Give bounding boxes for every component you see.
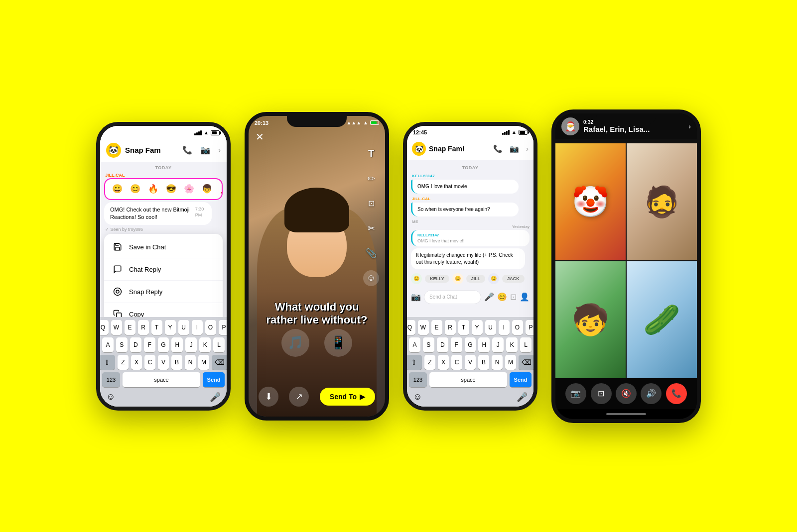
p3-key-e[interactable]: E [431, 320, 442, 335]
key-e[interactable]: E [125, 320, 135, 335]
p3-video-icon[interactable]: 📷 [510, 144, 519, 153]
snap-tool-draw[interactable]: ✏ [363, 171, 379, 187]
p3-key-a[interactable]: A [409, 337, 420, 352]
context-menu-item-snap-reply[interactable]: Snap Reply [104, 281, 223, 303]
snap-send-to-button[interactable]: Send To ▶ [320, 388, 375, 406]
snap-tool-text[interactable]: T [363, 146, 379, 162]
snap-tool-scissors[interactable]: ✂ [363, 220, 379, 236]
key-m[interactable]: M [198, 355, 209, 370]
key-shift[interactable]: ⇧ [99, 355, 115, 370]
p3-key-n[interactable]: N [492, 355, 503, 370]
key-z[interactable]: Z [118, 355, 129, 370]
p3-key-r[interactable]: R [445, 320, 456, 335]
p3-key-i[interactable]: I [499, 320, 510, 335]
key-123[interactable]: 123 [102, 372, 120, 387]
p3-key-p[interactable]: P [526, 320, 536, 335]
p3-camera-icon[interactable]: 📷 [411, 292, 421, 302]
snap-tool-attachment[interactable]: 📎 [363, 245, 379, 261]
key-b[interactable]: B [171, 355, 182, 370]
key-y[interactable]: Y [165, 320, 176, 335]
chip-jill[interactable]: JILL [466, 275, 486, 283]
p3-key-o[interactable]: O [512, 320, 523, 335]
bitmoji-row[interactable]: 😀 😊 🔥 😎 🌸 👦 🎅 [104, 178, 223, 200]
vc-btn-mute[interactable]: 🔇 [616, 383, 637, 404]
key-f[interactable]: F [144, 337, 155, 352]
video-icon[interactable]: 📷 [200, 145, 210, 155]
chat-input-field[interactable]: Send a Chat [424, 290, 481, 304]
p3-key-z[interactable]: Z [424, 355, 435, 370]
key-d[interactable]: D [130, 337, 141, 352]
p3-key-g[interactable]: G [465, 337, 476, 352]
p3-key-l[interactable]: L [520, 337, 531, 352]
p3-key-t[interactable]: T [458, 320, 469, 335]
p3-key-s[interactable]: S [423, 337, 434, 352]
p3-key-w[interactable]: W [418, 320, 429, 335]
context-menu-item-copy[interactable]: Copy [104, 303, 223, 317]
key-k[interactable]: K [199, 337, 211, 352]
key-s[interactable]: S [116, 337, 128, 352]
key-t[interactable]: T [151, 320, 162, 335]
context-menu-item-save[interactable]: Save in Chat [104, 236, 223, 258]
snap-emoji-music[interactable]: 🎵 [281, 329, 309, 357]
p3-key-send[interactable]: Send [510, 372, 531, 387]
vc-btn-speaker[interactable]: 🔊 [641, 383, 662, 404]
p3-chevron-icon[interactable]: › [526, 144, 529, 153]
key-a[interactable]: A [102, 337, 114, 352]
p3-key-c[interactable]: C [451, 355, 462, 370]
vc-btn-flip[interactable]: ⊡ [591, 383, 612, 404]
snap-download-button[interactable]: ⬇ [259, 387, 278, 407]
key-c[interactable]: C [144, 355, 155, 370]
p3-sticker-icon[interactable]: ⊡ [510, 292, 517, 302]
key-u[interactable]: U [178, 320, 189, 335]
p3-key-f[interactable]: F [451, 337, 462, 352]
key-g[interactable]: G [158, 337, 169, 352]
p3-key-shift[interactable]: ⇧ [406, 355, 422, 370]
p3-key-k[interactable]: K [506, 337, 518, 352]
key-o[interactable]: O [205, 320, 216, 335]
vc-btn-camera[interactable]: 📷 [565, 383, 586, 404]
key-r[interactable]: R [138, 320, 149, 335]
p3-key-delete[interactable]: ⌫ [519, 355, 534, 370]
p3-mic-kb-icon[interactable]: 🎤 [517, 392, 528, 403]
p3-key-x[interactable]: X [438, 355, 449, 370]
p3-emoji-icon[interactable]: 😊 [497, 292, 507, 302]
vc-btn-end-call[interactable]: 📞 [666, 383, 687, 404]
key-j[interactable]: J [185, 337, 197, 352]
p3-key-space[interactable]: space [429, 372, 507, 387]
call-icon[interactable]: 📞 [182, 145, 192, 155]
key-delete[interactable]: ⌫ [212, 355, 228, 370]
chip-kelly[interactable]: KELLY [425, 275, 449, 283]
key-i[interactable]: I [192, 320, 203, 335]
snap-emoji-phone[interactable]: 📱 [324, 329, 352, 357]
key-w[interactable]: W [111, 320, 122, 335]
key-q[interactable]: Q [98, 320, 109, 335]
emoji-icon[interactable]: ☺ [106, 392, 115, 402]
chip-jack[interactable]: JACK [502, 275, 525, 283]
snap-tool-sticker[interactable]: ⊡ [363, 196, 379, 212]
p3-key-m[interactable]: M [505, 355, 516, 370]
snap-close-button[interactable]: ✕ [256, 131, 264, 143]
key-n[interactable]: N [185, 355, 196, 370]
key-x[interactable]: X [131, 355, 142, 370]
key-h[interactable]: H [171, 337, 183, 352]
snap-tool-bitmoji[interactable]: ☺ [363, 270, 379, 286]
mic-icon[interactable]: 🎤 [210, 392, 221, 403]
p3-key-h[interactable]: H [478, 337, 490, 352]
key-send[interactable]: Send [203, 372, 225, 387]
chevron-right-icon[interactable]: › [218, 146, 221, 155]
p3-call-icon[interactable]: 📞 [493, 144, 503, 153]
vc-chevron-icon[interactable]: › [688, 122, 691, 130]
p3-key-b[interactable]: B [478, 355, 489, 370]
p3-key-y[interactable]: Y [472, 320, 483, 335]
p3-key-123[interactable]: 123 [409, 372, 427, 387]
p3-key-q[interactable]: Q [404, 320, 415, 335]
p3-key-j[interactable]: J [492, 337, 504, 352]
p3-key-d[interactable]: D [437, 337, 448, 352]
p3-mic-icon[interactable]: 🎤 [484, 292, 494, 302]
key-space[interactable]: space [123, 372, 200, 387]
p3-emoji-kb-icon[interactable]: ☺ [413, 392, 422, 402]
key-l[interactable]: L [213, 337, 225, 352]
context-menu-item-chat-reply[interactable]: Chat Reply [104, 258, 223, 281]
p3-bitmoji-icon[interactable]: 👤 [520, 292, 530, 302]
key-p[interactable]: P [219, 320, 230, 335]
